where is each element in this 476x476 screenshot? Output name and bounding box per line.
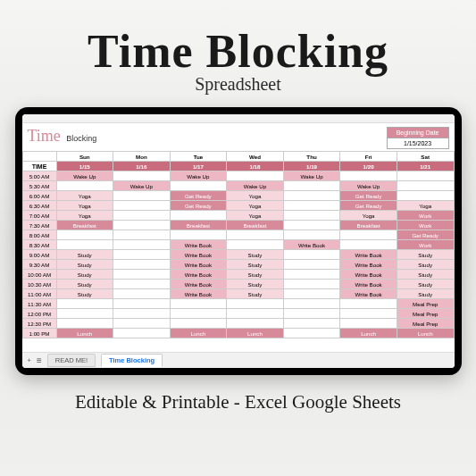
schedule-cell[interactable] — [113, 309, 171, 319]
schedule-cell[interactable] — [340, 299, 397, 309]
time-cell[interactable]: 1:00 PM — [22, 329, 56, 338]
schedule-cell[interactable]: Wake Up — [113, 181, 171, 191]
schedule-cell[interactable]: Study — [227, 270, 284, 280]
schedule-cell[interactable]: Yoga — [397, 201, 454, 211]
schedule-cell[interactable] — [283, 289, 340, 299]
time-cell[interactable]: 5:00 AM — [22, 171, 56, 181]
schedule-cell[interactable] — [283, 221, 340, 230]
schedule-cell[interactable] — [340, 171, 397, 181]
schedule-cell[interactable] — [56, 230, 113, 240]
schedule-cell[interactable] — [227, 299, 284, 309]
schedule-cell[interactable] — [227, 240, 284, 250]
time-cell[interactable]: 9:00 AM — [22, 250, 56, 260]
schedule-cell[interactable]: Lunch — [227, 329, 284, 338]
schedule-cell[interactable]: Wake Up — [170, 171, 227, 181]
schedule-cell[interactable] — [170, 299, 227, 309]
time-cell[interactable]: 12:00 PM — [22, 309, 56, 319]
time-cell[interactable]: 11:30 AM — [22, 299, 56, 309]
schedule-cell[interactable] — [113, 260, 171, 270]
schedule-cell[interactable] — [283, 191, 340, 201]
schedule-cell[interactable] — [113, 201, 171, 211]
schedule-cell[interactable] — [113, 171, 171, 181]
time-cell[interactable]: 9:30 AM — [22, 260, 56, 270]
schedule-cell[interactable] — [340, 230, 397, 240]
schedule-cell[interactable] — [340, 240, 397, 250]
schedule-cell[interactable]: Study — [397, 260, 454, 270]
schedule-table[interactable]: Sun Mon Tue Wed Thu Fri Sat TIME 1/15 1/… — [22, 151, 455, 338]
schedule-cell[interactable] — [56, 240, 113, 250]
schedule-cell[interactable] — [113, 230, 171, 240]
add-sheet-button[interactable]: + — [28, 356, 31, 364]
schedule-cell[interactable]: Work — [397, 211, 454, 221]
schedule-cell[interactable]: Write Book — [340, 289, 397, 299]
time-cell[interactable]: 6:30 AM — [22, 201, 56, 211]
schedule-cell[interactable] — [340, 319, 397, 329]
menu-icon[interactable]: ≡ — [37, 355, 42, 365]
schedule-cell[interactable]: Write Book — [170, 260, 227, 270]
tab-time-blocking[interactable]: Time Blocking — [101, 354, 163, 367]
time-cell[interactable]: 10:00 AM — [22, 270, 56, 280]
schedule-cell[interactable] — [283, 260, 340, 270]
schedule-cell[interactable]: Write Book — [340, 250, 397, 260]
schedule-cell[interactable]: Write Book — [170, 289, 227, 299]
schedule-cell[interactable]: Breakfast — [227, 221, 284, 230]
time-cell[interactable]: 8:00 AM — [22, 230, 56, 240]
schedule-cell[interactable] — [170, 309, 227, 319]
schedule-cell[interactable]: Study — [397, 250, 454, 260]
schedule-cell[interactable]: Write Book — [340, 260, 397, 270]
schedule-cell[interactable] — [227, 171, 284, 181]
time-cell[interactable]: 10:30 AM — [22, 280, 56, 289]
schedule-cell[interactable] — [340, 309, 397, 319]
schedule-cell[interactable]: Yoga — [227, 211, 284, 221]
schedule-cell[interactable]: Yoga — [56, 191, 113, 201]
schedule-cell[interactable]: Breakfast — [170, 221, 227, 230]
schedule-cell[interactable]: Lunch — [56, 329, 113, 338]
schedule-cell[interactable]: Write Book — [340, 270, 397, 280]
schedule-cell[interactable] — [170, 319, 227, 329]
schedule-cell[interactable] — [227, 319, 284, 329]
schedule-cell[interactable]: Study — [397, 280, 454, 289]
schedule-cell[interactable] — [170, 211, 227, 221]
schedule-cell[interactable] — [283, 309, 340, 319]
schedule-cell[interactable]: Study — [227, 289, 284, 299]
schedule-cell[interactable]: Write Book — [340, 280, 397, 289]
schedule-cell[interactable]: Write Book — [283, 240, 340, 250]
schedule-cell[interactable] — [113, 329, 171, 338]
time-cell[interactable]: 8:30 AM — [22, 240, 56, 250]
schedule-cell[interactable]: Study — [227, 260, 284, 270]
schedule-cell[interactable]: Get Ready — [340, 201, 397, 211]
schedule-cell[interactable] — [56, 181, 113, 191]
schedule-cell[interactable]: Study — [227, 280, 284, 289]
schedule-cell[interactable] — [283, 299, 340, 309]
schedule-cell[interactable] — [113, 299, 171, 309]
schedule-cell[interactable]: Write Book — [170, 240, 227, 250]
schedule-cell[interactable] — [113, 250, 171, 260]
schedule-cell[interactable] — [283, 329, 340, 338]
schedule-cell[interactable]: Yoga — [56, 211, 113, 221]
time-cell[interactable]: 12:30 PM — [22, 319, 56, 329]
time-cell[interactable]: 11:00 AM — [22, 289, 56, 299]
schedule-cell[interactable]: Write Book — [170, 270, 227, 280]
schedule-cell[interactable]: Lunch — [397, 329, 454, 338]
schedule-cell[interactable]: Write Book — [170, 250, 227, 260]
schedule-cell[interactable] — [283, 211, 340, 221]
schedule-cell[interactable]: Study — [56, 289, 113, 299]
time-cell[interactable]: 7:30 AM — [22, 221, 56, 230]
schedule-cell[interactable]: Work — [397, 221, 454, 230]
schedule-cell[interactable] — [56, 299, 113, 309]
beginning-date-value[interactable]: 1/15/2023 — [387, 138, 449, 149]
schedule-cell[interactable]: Meal Prep — [397, 309, 454, 319]
schedule-cell[interactable] — [170, 230, 227, 240]
schedule-cell[interactable] — [283, 201, 340, 211]
schedule-cell[interactable] — [113, 240, 171, 250]
time-cell[interactable]: 6:00 AM — [22, 191, 56, 201]
schedule-cell[interactable] — [283, 280, 340, 289]
schedule-cell[interactable]: Write Book — [170, 280, 227, 289]
schedule-cell[interactable]: Yoga — [227, 201, 284, 211]
schedule-cell[interactable]: Lunch — [340, 329, 397, 338]
schedule-cell[interactable] — [397, 181, 454, 191]
schedule-cell[interactable]: Wake Up — [56, 171, 113, 181]
schedule-cell[interactable] — [113, 211, 171, 221]
schedule-cell[interactable] — [283, 230, 340, 240]
schedule-cell[interactable]: Study — [56, 270, 113, 280]
